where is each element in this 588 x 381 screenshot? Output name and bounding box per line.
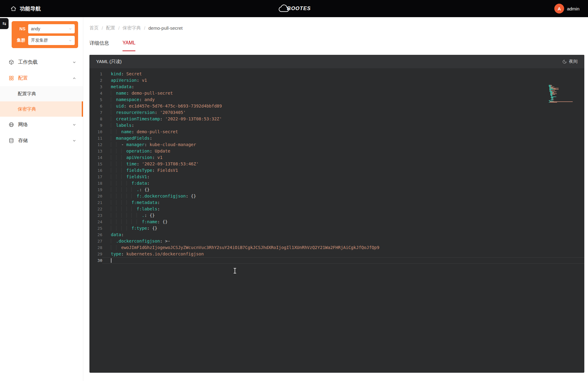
network-icon <box>9 122 14 127</box>
cluster-row: 集群 开发集群 <box>15 36 75 45</box>
menu-label: 网络 <box>18 122 28 128</box>
sidebar-item-storage[interactable]: 存储 <box>0 133 83 149</box>
namespace-label: NS <box>15 26 25 31</box>
main-content: 首页 / 配置 / 保密字典 / demo-pull-secret 详细信息 Y… <box>83 17 588 381</box>
namespace-select[interactable]: andy <box>28 24 75 33</box>
code-editor[interactable]: 1kind: Secret2apiVersion: v13metadata:4 … <box>89 68 584 373</box>
cluster-label: 集群 <box>15 38 25 43</box>
workload-icon <box>9 59 14 65</box>
editor-title: YAML (只读) <box>96 59 122 65</box>
brand-logo: BOOTES <box>277 4 311 13</box>
submenu-label: 保密字典 <box>18 106 36 112</box>
editor-header: YAML (只读) 夜间 <box>89 55 584 68</box>
breadcrumb-secret-dict[interactable]: 保密字典 <box>123 25 141 31</box>
menu-label: 工作负载 <box>18 59 38 66</box>
menu-label: 配置 <box>18 75 28 81</box>
night-label: 夜间 <box>569 59 578 64</box>
chevron-down-icon <box>69 27 72 31</box>
night-mode-toggle[interactable]: 夜间 <box>562 59 578 64</box>
user-menu[interactable]: A admin <box>554 4 588 13</box>
chevron-down-icon <box>72 139 76 143</box>
topbar: 功能导航 BOOTES A admin <box>0 0 588 17</box>
collapse-arrows-icon: ⇆ <box>2 21 6 26</box>
breadcrumb-home[interactable]: 首页 <box>89 25 99 31</box>
moon-icon <box>562 59 567 64</box>
minimap[interactable] <box>549 85 579 103</box>
chevron-down-icon <box>72 60 76 64</box>
nav-menu-button[interactable]: 功能导航 <box>0 5 41 12</box>
username: admin <box>567 6 579 11</box>
nav-label: 功能导航 <box>20 5 41 12</box>
avatar-letter: A <box>558 6 561 11</box>
cluster-value: 开发集群 <box>31 38 48 43</box>
storage-icon <box>9 138 14 143</box>
context-selectors: NS andy 集群 开发集群 <box>12 21 78 48</box>
submenu-label: 配置字典 <box>18 91 36 97</box>
breadcrumb-separator: / <box>118 25 119 31</box>
namespace-row: NS andy <box>15 24 75 33</box>
brand-name: BOOTES <box>287 6 311 12</box>
avatar: A <box>554 4 564 13</box>
sidebar-item-workloads[interactable]: 工作负载 <box>0 54 83 70</box>
namespace-value: andy <box>31 26 40 31</box>
breadcrumb-separator: / <box>144 25 145 31</box>
breadcrumb-separator: / <box>102 25 103 31</box>
breadcrumb-current: demo-pull-secret <box>149 25 183 31</box>
config-icon <box>9 75 14 81</box>
code-lines: 1kind: Secret2apiVersion: v13metadata:4 … <box>89 71 584 264</box>
menu-label: 存储 <box>18 138 28 144</box>
sidebar-collapse-button[interactable]: ⇆ <box>0 18 9 29</box>
sidebar-item-network[interactable]: 网络 <box>0 117 83 133</box>
sidebar-item-secret[interactable]: 保密字典 <box>0 101 83 117</box>
sidebar-item-config[interactable]: 配置 <box>0 70 83 86</box>
breadcrumb: 首页 / 配置 / 保密字典 / demo-pull-secret <box>89 25 588 31</box>
chevron-down-icon <box>72 123 76 127</box>
tab-details[interactable]: 详细信息 <box>89 40 109 51</box>
sidebar-item-configmap[interactable]: 配置字典 <box>0 86 83 101</box>
home-icon <box>10 6 17 12</box>
sidebar: NS andy 集群 开发集群 工作负载 <box>0 17 83 381</box>
breadcrumb-config[interactable]: 配置 <box>106 25 115 31</box>
yaml-editor-panel: YAML (只读) 夜间 1kind: Secret2apiVersion: v… <box>89 55 584 373</box>
tabs: 详细信息 YAML <box>89 40 588 51</box>
chevron-up-icon <box>72 76 76 80</box>
tab-yaml[interactable]: YAML <box>123 40 135 51</box>
chevron-down-icon <box>69 39 72 42</box>
sidebar-menu: 工作负载 配置 配置字典 保密字典 网络 <box>0 54 83 149</box>
cluster-select[interactable]: 开发集群 <box>28 36 75 45</box>
